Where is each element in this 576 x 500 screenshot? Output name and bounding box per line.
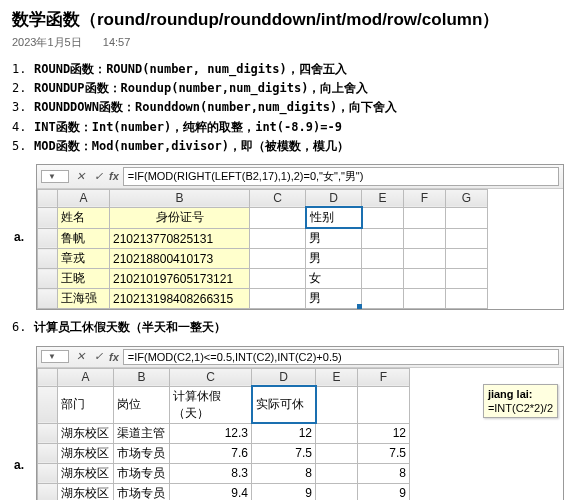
list-item: 1.ROUND函数：ROUND(number, num_digits)，四舍五入 [12,60,564,79]
cell[interactable]: 女 [306,269,362,289]
corner-cell[interactable] [38,368,58,386]
fn-desc: Roundup(number,num_digits)，向上舍入 [121,81,369,95]
table-row[interactable]: 鲁帆210213770825131男 [38,228,488,249]
cell[interactable]: 210213198408266315 [110,289,250,309]
col-header[interactable]: D [252,368,316,386]
fn-desc: ROUND(number, num_digits)，四舍五入 [106,62,347,76]
enter-icon[interactable]: ✓ [91,350,105,364]
cell[interactable]: 部门 [58,386,114,423]
cell[interactable] [250,207,306,228]
list-item: 3.ROUNDDOWN函数：Rounddown(number,num_digit… [12,98,564,117]
cell[interactable]: 王晓 [58,269,110,289]
cell[interactable]: 湖东校区 [58,483,114,500]
function-list: 1.ROUND函数：ROUND(number, num_digits)，四舍五入… [12,60,564,156]
fn-label: INT函数： [34,120,92,134]
chevron-down-icon[interactable]: ▼ [48,172,56,181]
cell[interactable]: 7.5 [252,443,316,463]
cell[interactable]: 210210197605173121 [110,269,250,289]
cell[interactable]: 市场专员 [114,463,170,483]
grid-2[interactable]: A B C D E F 部门岗位计算休假（天）实际可休 湖东校区渠道主管12.3… [37,368,410,500]
cell[interactable]: 姓名 [58,207,110,228]
col-header[interactable]: A [58,189,110,207]
cell[interactable]: 9.4 [170,483,252,500]
chevron-down-icon[interactable]: ▼ [48,352,56,361]
table-row[interactable]: 湖东校区市场专员7.67.57.5 [38,443,410,463]
cell[interactable]: 210213770825131 [110,228,250,249]
list-num: 4. [12,118,34,137]
cell[interactable]: 王海强 [58,289,110,309]
corner-cell[interactable] [38,189,58,207]
date: 2023年1月5日 [12,36,82,48]
name-box[interactable]: ▼ [41,170,69,183]
cell[interactable]: 210218800410173 [110,249,250,269]
table-row[interactable]: 湖东校区市场专员8.388 [38,463,410,483]
cell[interactable]: 鲁帆 [58,228,110,249]
cell[interactable]: 8 [252,463,316,483]
spreadsheet-2: ▼ ✕ ✓ fx =IF(MOD(C2,1)<=0.5,INT(C2),INT(… [36,346,564,500]
col-header[interactable]: F [358,368,410,386]
col-header[interactable]: A [58,368,114,386]
table-row[interactable]: 湖东校区渠道主管12.31212 [38,423,410,443]
cell[interactable]: 渠道主管 [114,423,170,443]
list-item: 5.MOD函数：Mod(number,divisor)，即（被模数，模几） [12,137,564,156]
cell[interactable]: 市场专员 [114,483,170,500]
table-row[interactable]: 姓名 身份证号 性别 [38,207,488,228]
cell[interactable]: 8.3 [170,463,252,483]
table-row[interactable]: 王晓210210197605173121女 [38,269,488,289]
col-header[interactable]: B [110,189,250,207]
cell[interactable]: 12.3 [170,423,252,443]
cell[interactable]: 12 [252,423,316,443]
col-header[interactable]: F [404,189,446,207]
name-box[interactable]: ▼ [41,350,69,363]
formula-input[interactable]: =IF(MOD(RIGHT(LEFT(B2,17),1),2)=0,"女","男… [123,167,559,186]
enter-icon[interactable]: ✓ [91,169,105,183]
fn-label: ROUNDUP函数： [34,81,121,95]
cell[interactable]: 9 [252,483,316,500]
col-header[interactable]: C [250,189,306,207]
cell[interactable]: 湖东校区 [58,423,114,443]
grid-1[interactable]: A B C D E F G 姓名 身份证号 性别 鲁帆2102137708251… [37,189,488,310]
fill-handle[interactable] [357,304,362,309]
spreadsheet-1: ▼ ✕ ✓ fx =IF(MOD(RIGHT(LEFT(B2,17),1),2)… [36,164,564,311]
cell[interactable]: 男 [306,289,362,309]
fn-desc: Mod(number,divisor)，即（被模数，模几） [92,139,349,153]
meta: 2023年1月5日 14:57 [12,35,564,50]
cancel-icon[interactable]: ✕ [73,350,87,364]
table-row[interactable]: 部门岗位计算休假（天）实际可休 [38,386,410,423]
col-header[interactable]: E [316,368,358,386]
cell-selected[interactable]: 性别 [306,207,362,228]
comment-author: jiang lai: [488,387,553,401]
col-header[interactable]: E [362,189,404,207]
cell[interactable]: 计算休假（天） [170,386,252,423]
col-header[interactable]: B [114,368,170,386]
comment-body: =INT(C2*2)/2 [488,401,553,415]
cell[interactable]: 湖东校区 [58,443,114,463]
cell-selected[interactable]: 实际可休 [252,386,316,423]
cell[interactable]: 12 [358,423,410,443]
cell[interactable]: 湖东校区 [58,463,114,483]
cell[interactable]: 岗位 [114,386,170,423]
cancel-icon[interactable]: ✕ [73,169,87,183]
table-row[interactable]: 湖东校区市场专员9.499 [38,483,410,500]
table-row[interactable]: 章戎210218800410173男 [38,249,488,269]
cell[interactable]: 身份证号 [110,207,250,228]
cell[interactable]: 9 [358,483,410,500]
formula-input[interactable]: =IF(MOD(C2,1)<=0.5,INT(C2),INT(C2)+0.5) [123,349,559,365]
col-header[interactable]: G [446,189,488,207]
list-num: 6. [12,318,34,337]
table-row[interactable]: 王海强210213198408266315男 [38,289,488,309]
page-title: 数学函数（round/roundup/rounddown/int/mod/row… [12,8,564,31]
fx-icon[interactable]: fx [109,351,119,363]
cell[interactable]: 8 [358,463,410,483]
list-num: 1. [12,60,34,79]
list-num: 2. [12,79,34,98]
col-header[interactable]: D [306,189,362,207]
cell[interactable]: 7.6 [170,443,252,463]
cell[interactable]: 男 [306,249,362,269]
cell[interactable]: 章戎 [58,249,110,269]
cell[interactable]: 男 [306,228,362,249]
cell[interactable]: 7.5 [358,443,410,463]
col-header[interactable]: C [170,368,252,386]
cell[interactable]: 市场专员 [114,443,170,463]
fx-icon[interactable]: fx [109,170,119,182]
